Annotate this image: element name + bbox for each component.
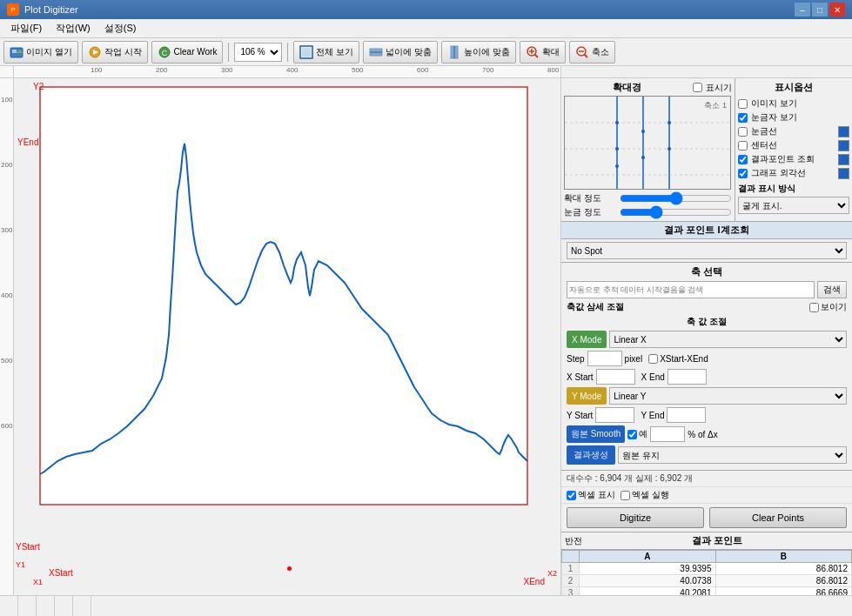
app-title: Plot Digitizer <box>24 4 78 15</box>
y-end-input[interactable]: 1000 <box>667 407 706 423</box>
xstart-xend-label: XStart-XEnd <box>660 354 708 364</box>
show-image-label: 이미지 보기 <box>751 97 797 110</box>
start-work-icon <box>88 45 102 59</box>
sep2 <box>287 43 288 62</box>
fit-width-button[interactable]: 넓이에 맞춤 <box>363 41 438 64</box>
show-ruler-checkbox[interactable] <box>738 113 748 123</box>
fit-height-icon <box>447 45 461 59</box>
outline-color-box <box>838 168 849 179</box>
zoom-out-icon <box>575 45 589 59</box>
svg-line-16 <box>534 54 538 57</box>
step-label: Step <box>567 354 585 364</box>
show-result-checkbox[interactable] <box>738 155 748 164</box>
xstart-xend-checkbox[interactable] <box>648 354 658 364</box>
menu-settings[interactable]: 설정(S) <box>97 20 144 37</box>
menu-file[interactable]: 파일(F) <box>3 20 49 37</box>
zoom-select[interactable]: 50 % 75 % 100 % 106 % 125 % 150 % 200 % <box>234 43 282 62</box>
step-unit: pixel <box>625 354 643 364</box>
x-mode-select[interactable]: Linear X Log X <box>609 331 847 348</box>
svg-point-32 <box>615 164 619 168</box>
right-panel: 확대경 표시기 <box>560 78 852 595</box>
title-bar: P Plot Digitizer – □ ✕ <box>0 0 852 19</box>
result-display-title: 결과 표시 방식 <box>738 183 849 195</box>
show-magnifier-checkbox[interactable] <box>693 83 702 92</box>
xend-label: XEnd <box>524 577 545 586</box>
table-row: 139.939586.8012 <box>562 563 852 575</box>
magnifier-title: 확대경 <box>564 81 689 94</box>
center-dot <box>287 566 292 571</box>
canvas-area[interactable]: Y2 YEnd YStart Y1 X1 XStart XEnd X2 <box>14 78 560 595</box>
zoom-in-icon <box>526 45 540 59</box>
clear-points-button[interactable]: Clear Points <box>709 507 847 528</box>
maximize-button[interactable]: □ <box>812 3 828 17</box>
smooth-value-input[interactable]: 200 <box>650 426 685 442</box>
svg-point-35 <box>668 121 671 124</box>
app-icon: P <box>7 3 19 16</box>
show-grid-label: 눈금선 <box>751 125 777 137</box>
y-mode-button[interactable]: Y Mode <box>567 387 607 405</box>
x-end-input[interactable]: 1000 <box>668 369 707 385</box>
result-display-select[interactable]: 굴게 표시. <box>738 197 849 214</box>
status-bar <box>0 595 852 616</box>
y-end-label: Y End <box>641 411 664 420</box>
x2-label: X2 <box>547 569 557 578</box>
zoom-level-label: 확대 정도 <box>564 192 616 204</box>
view-all-button[interactable]: 전체 보기 <box>293 41 359 64</box>
status-item-1 <box>3 596 18 616</box>
row-b: 86.6669 <box>715 587 852 596</box>
axis-indicator: 축소 1 <box>704 100 727 111</box>
excel-run-label: 엑셀 실행 <box>632 489 669 501</box>
svg-point-36 <box>668 147 671 151</box>
generate-button[interactable]: 결과생성 <box>567 445 615 465</box>
x-start-label: X Start <box>567 372 594 382</box>
chart-svg[interactable] <box>14 78 548 539</box>
digitize-button[interactable]: Digitize <box>567 507 704 528</box>
y-mode-select[interactable]: Linear Y Log Y <box>609 387 847 405</box>
excel-run-checkbox[interactable] <box>621 491 630 500</box>
open-image-button[interactable]: 이미지 열기 <box>3 41 78 64</box>
spot-select[interactable]: No Spot <box>567 242 847 259</box>
data-table: A B 139.939586.8012240.073886.8012340.20… <box>561 550 852 595</box>
display-options-title: 표시옵션 <box>738 81 849 94</box>
menu-work[interactable]: 작업(W) <box>49 20 97 37</box>
x-mode-button[interactable]: X Mode <box>567 331 607 348</box>
show-image-checkbox[interactable] <box>738 99 748 109</box>
table-row: 240.073886.8012 <box>562 575 852 587</box>
fit-height-button[interactable]: 높이에 맞춤 <box>441 41 516 64</box>
close-button[interactable]: ✕ <box>829 3 845 17</box>
x-start-input[interactable]: 1 <box>596 369 635 385</box>
show-detail-label: 보이기 <box>821 301 847 313</box>
excel-show-checkbox[interactable] <box>567 491 576 500</box>
zoom-out-button[interactable]: 축소 <box>569 41 615 64</box>
show-center-label: 센터선 <box>751 139 777 151</box>
yend-label: YEnd <box>17 137 38 147</box>
svg-point-30 <box>615 121 619 124</box>
ruler-horizontal: 100 200 300 400 500 600 700 800 <box>14 66 560 78</box>
step-input[interactable]: 0.1 <box>587 351 622 366</box>
show-detail-checkbox[interactable] <box>809 303 819 312</box>
search-button[interactable]: 검색 <box>817 281 847 298</box>
main-layout: 100 200 300 400 500 600 Y2 YEnd YStart Y… <box>0 78 852 595</box>
smooth-checkbox[interactable] <box>627 430 637 439</box>
zoom-in-button[interactable]: 확대 <box>520 41 566 64</box>
status-item-5 <box>77 596 91 616</box>
y-start-input[interactable]: 1 <box>595 407 634 423</box>
result-points-header: 결과 포인트 I계조회 <box>561 222 852 239</box>
minimize-button[interactable]: – <box>795 3 810 17</box>
show-outline-checkbox[interactable] <box>738 169 748 178</box>
result-color-box <box>838 154 849 165</box>
show-grid-checkbox[interactable] <box>738 127 748 137</box>
search-input[interactable] <box>567 281 815 298</box>
row-num: 2 <box>562 575 580 587</box>
generate-select[interactable]: 원본 유지 보간 <box>618 446 847 464</box>
clear-work-button[interactable]: C Clear Work <box>151 41 224 64</box>
x-end-label: X End <box>641 372 665 382</box>
start-work-button[interactable]: 작업 시작 <box>82 41 148 64</box>
dot-level-slider[interactable] <box>620 208 732 217</box>
fit-width-icon <box>369 45 383 59</box>
smooth-unit: % of Δx <box>688 430 717 439</box>
zoom-level-slider[interactable] <box>620 194 732 203</box>
row-num: 3 <box>562 587 580 596</box>
smooth-button[interactable]: 원본 Smooth <box>567 425 625 443</box>
show-center-checkbox[interactable] <box>738 141 748 151</box>
